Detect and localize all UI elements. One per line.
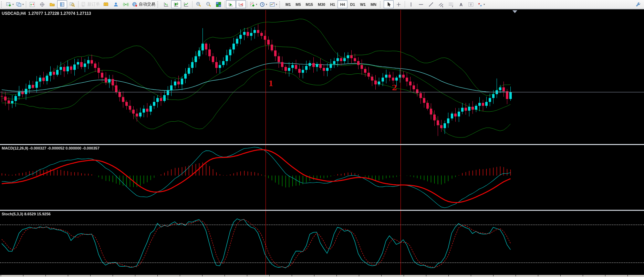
tester-icon bbox=[69, 2, 75, 7]
text-button[interactable]: A bbox=[456, 0, 466, 8]
dropdown-caret-icon[interactable]: ▾ bbox=[276, 3, 277, 6]
arrows-button[interactable]: ▾ bbox=[476, 0, 486, 8]
bars-chart-button[interactable] bbox=[161, 0, 171, 8]
time-axis-tick bbox=[583, 275, 583, 276]
stoch-level-80-line bbox=[0, 225, 644, 225]
svg-text:E: E bbox=[442, 5, 443, 7]
vertical-line-1[interactable] bbox=[266, 10, 266, 275]
chart-window: USDCAD,H4 1.27077 1.27228 1.27074 1.2711… bbox=[0, 9, 644, 277]
time-axis[interactable] bbox=[0, 275, 644, 277]
time-axis-tick bbox=[202, 275, 202, 276]
toolbar-separator bbox=[26, 1, 26, 8]
data-window-button[interactable] bbox=[37, 0, 47, 8]
chart-shift-button[interactable] bbox=[236, 0, 246, 8]
pane-separator-stoch[interactable] bbox=[0, 210, 644, 211]
crosshair-button[interactable] bbox=[394, 0, 404, 8]
time-axis-tick bbox=[426, 275, 426, 276]
vline-number-2[interactable]: 2 bbox=[392, 84, 397, 91]
timeframe-m30-label: M30 bbox=[316, 2, 326, 7]
toolbar-options-button[interactable] bbox=[633, 1, 643, 8]
navigator-icon bbox=[49, 2, 55, 7]
timeframe-d1-button[interactable]: D1 bbox=[347, 0, 357, 8]
time-axis-tick bbox=[516, 275, 516, 276]
time-axis-tick bbox=[292, 275, 292, 276]
zoom-in-button[interactable] bbox=[194, 0, 204, 8]
text-icon: A bbox=[458, 2, 464, 7]
dropdown-caret-icon[interactable]: ▾ bbox=[484, 3, 485, 6]
indicators-button[interactable]: ▾ bbox=[248, 0, 258, 8]
auto-scroll-button[interactable] bbox=[226, 0, 236, 8]
toolbar-separator bbox=[192, 1, 193, 8]
chart-shift-marker[interactable] bbox=[512, 10, 517, 13]
equidistant-channel-button[interactable]: E bbox=[436, 0, 446, 8]
fibonacci-button[interactable]: F bbox=[446, 0, 456, 8]
dropdown-caret-icon[interactable]: ▾ bbox=[256, 3, 257, 6]
equidistant-channel-icon: E bbox=[438, 2, 444, 7]
templates-icon bbox=[269, 2, 275, 7]
text-label-button[interactable]: T bbox=[466, 0, 476, 8]
time-axis-tick bbox=[157, 275, 158, 276]
community-button[interactable] bbox=[111, 0, 121, 8]
new-order-label: 新订单 bbox=[87, 1, 100, 7]
dropdown-caret-icon[interactable]: ▾ bbox=[12, 3, 14, 6]
timeframe-h1-button[interactable]: H1 bbox=[328, 0, 337, 8]
vertical-line-button[interactable] bbox=[406, 0, 416, 8]
data-window-icon bbox=[39, 2, 45, 7]
tile-windows-button[interactable] bbox=[214, 0, 224, 8]
timeframe-m15-button[interactable]: M15 bbox=[303, 0, 315, 8]
time-axis-tick bbox=[381, 275, 382, 276]
signals-button[interactable] bbox=[121, 0, 131, 8]
periods-button[interactable]: ▾ bbox=[258, 0, 268, 8]
main-toolbar: ▾▾新订单自动交易▾▾▾M1M5M15M30H1H4D1W1MNEFAT▾ bbox=[0, 0, 644, 9]
cursor-button[interactable] bbox=[384, 0, 394, 8]
timeframe-h4-button[interactable]: H4 bbox=[337, 0, 347, 8]
timeframe-m30-button[interactable]: M30 bbox=[315, 0, 328, 8]
timeframe-w1-button[interactable]: W1 bbox=[357, 0, 368, 8]
new-order-button[interactable]: 新订单 bbox=[80, 0, 101, 8]
dropdown-caret-icon[interactable]: ▾ bbox=[266, 3, 267, 6]
autotrading-button[interactable]: 自动交易 bbox=[131, 0, 156, 8]
horizontal-line-icon bbox=[418, 2, 424, 7]
svg-text:A: A bbox=[459, 2, 463, 7]
timeframe-m5-label: M5 bbox=[294, 2, 302, 7]
autotrading-label: 自动交易 bbox=[139, 1, 155, 7]
timeframe-mn-button[interactable]: MN bbox=[368, 0, 379, 8]
community-icon bbox=[113, 2, 119, 7]
wrench-icon bbox=[635, 2, 641, 8]
autotrading-icon bbox=[132, 2, 138, 7]
trend-line-button[interactable] bbox=[426, 0, 436, 8]
dropdown-caret-icon[interactable]: ▾ bbox=[22, 3, 24, 6]
candles-chart-button[interactable] bbox=[171, 0, 181, 8]
zoom-out-button[interactable] bbox=[204, 0, 214, 8]
templates-button[interactable]: ▾ bbox=[268, 0, 278, 8]
toolbar-grip-handle bbox=[380, 1, 382, 8]
text-label-icon: T bbox=[468, 2, 474, 7]
pane-separator-macd[interactable] bbox=[0, 144, 644, 145]
timeframe-m5-button[interactable]: M5 bbox=[293, 0, 303, 8]
time-axis-tick bbox=[135, 275, 135, 276]
terminal-icon bbox=[59, 2, 65, 7]
time-axis-tick bbox=[68, 275, 68, 276]
timeframe-m1-button[interactable]: M1 bbox=[283, 0, 293, 8]
market-watch-button[interactable] bbox=[27, 0, 37, 8]
terminal-button[interactable] bbox=[57, 0, 67, 8]
new-chart-button[interactable]: ▾ bbox=[5, 0, 15, 8]
toolbar-groups: ▾▾新订单自动交易▾▾▾M1M5M15M30H1H4D1W1MNEFAT▾ bbox=[0, 0, 486, 8]
time-axis-tick bbox=[113, 275, 113, 276]
vline-number-1[interactable]: 1 bbox=[268, 80, 273, 87]
horizontal-line-button[interactable] bbox=[416, 0, 426, 8]
toolbar-grip-handle bbox=[157, 1, 160, 8]
timeframe-d1-label: D1 bbox=[349, 2, 356, 7]
tester-button[interactable] bbox=[67, 0, 77, 8]
signals-icon bbox=[123, 2, 129, 7]
line-chart-button[interactable] bbox=[181, 0, 191, 8]
navigator-button[interactable] bbox=[47, 0, 57, 8]
zoom-out-icon bbox=[206, 2, 211, 7]
line-chart-icon bbox=[183, 2, 189, 7]
time-axis-tick bbox=[404, 275, 404, 276]
profiles-button[interactable]: ▾ bbox=[15, 0, 25, 8]
time-axis-tick bbox=[336, 275, 337, 276]
chart-canvas[interactable] bbox=[0, 9, 644, 277]
metaeditor-button[interactable] bbox=[101, 0, 111, 8]
vertical-line-2[interactable] bbox=[401, 10, 401, 275]
